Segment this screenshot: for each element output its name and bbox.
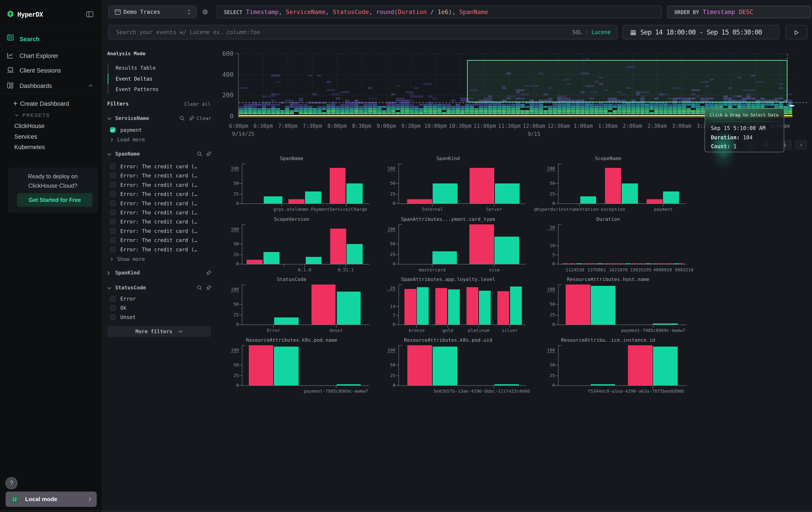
sidebar-item-dashboards[interactable]: Dashboards xyxy=(0,80,102,91)
clear-all-filters-button[interactable]: Clear all xyxy=(178,101,211,107)
checkbox[interactable] xyxy=(110,182,116,188)
search-icon[interactable] xyxy=(197,285,203,291)
chart-bar[interactable] xyxy=(653,323,678,325)
chart-bar[interactable] xyxy=(597,263,603,264)
filter-group-header-spanname[interactable]: SpanName xyxy=(107,151,211,158)
pin-icon[interactable] xyxy=(188,115,195,121)
chart-bar[interactable] xyxy=(652,263,658,264)
chart-bar[interactable] xyxy=(264,196,282,204)
filter-option-row[interactable]: Error: The credit card (… xyxy=(110,228,211,235)
filter-group-header-spankind[interactable]: SpanKind xyxy=(107,269,211,277)
chart-bar[interactable] xyxy=(618,263,624,264)
checkbox[interactable] xyxy=(110,173,116,178)
chart-bar[interactable] xyxy=(305,191,321,204)
chart-bar[interactable] xyxy=(330,228,346,264)
chart-bar[interactable] xyxy=(263,252,280,264)
mode-sql[interactable]: SQL xyxy=(572,29,582,35)
time-range-picker[interactable]: Sep 14 18:00:00 - Sep 15 05:30:00 xyxy=(622,25,780,39)
checkbox[interactable] xyxy=(110,247,116,252)
pin-icon[interactable] xyxy=(206,285,212,291)
sidebar-preset-services[interactable]: Services xyxy=(14,133,37,140)
pagination-button[interactable]: › xyxy=(795,140,807,150)
checkbox[interactable] xyxy=(110,164,116,169)
sql-select-display[interactable]: SELECT Timestamp, ServiceName, StatusCod… xyxy=(217,5,662,18)
chart-bar[interactable] xyxy=(404,289,416,325)
filter-option-row[interactable]: Error: The credit card (… xyxy=(110,182,211,189)
chart-bar[interactable] xyxy=(274,347,299,385)
filter-option-row[interactable]: Ok xyxy=(110,304,211,312)
chart-bar[interactable] xyxy=(433,347,457,385)
chart-bar[interactable] xyxy=(646,199,663,204)
chart-bar[interactable] xyxy=(659,263,665,264)
search-input[interactable]: Search your events w/ Lucene ex. column:… xyxy=(108,25,617,39)
checkbox[interactable] xyxy=(110,191,116,197)
chart-bar[interactable] xyxy=(679,263,684,264)
chart-bar[interactable] xyxy=(645,263,651,264)
chart-bar[interactable] xyxy=(346,183,362,204)
filter-option-row[interactable]: Error: The credit card (… xyxy=(110,246,211,254)
chart-bar[interactable] xyxy=(625,263,631,264)
chart-bar[interactable] xyxy=(330,168,346,204)
more-filters-button[interactable]: More filters xyxy=(107,326,211,337)
filter-option-row[interactable]: Unset xyxy=(110,314,211,321)
chart-bar[interactable] xyxy=(591,286,615,325)
filter-option-row[interactable]: Error: The credit card (… xyxy=(110,163,211,171)
filter-load-more-button[interactable]: Load more xyxy=(111,136,177,143)
chart-bar[interactable] xyxy=(510,287,522,325)
chart-bar[interactable] xyxy=(433,183,458,204)
chart-bar[interactable] xyxy=(479,291,491,325)
checkbox[interactable] xyxy=(110,296,116,301)
filter-group-header-servicename[interactable]: ServiceNameClear xyxy=(107,115,211,123)
chart-bar[interactable] xyxy=(494,237,519,264)
chart-bar[interactable] xyxy=(495,183,520,204)
chart-bar[interactable] xyxy=(274,318,299,325)
sidebar-item-client-sessions[interactable]: Client Sessions xyxy=(0,64,102,76)
analysis-mode-event-deltas[interactable]: Event Deltas xyxy=(116,76,152,82)
chart-bar[interactable] xyxy=(417,287,429,325)
chart-bar[interactable] xyxy=(673,263,679,264)
chart-bar[interactable] xyxy=(435,288,447,325)
filter-option-row[interactable]: Error: The credit card (… xyxy=(110,237,211,244)
checkbox-checked[interactable] xyxy=(110,127,116,133)
checkbox[interactable] xyxy=(110,200,116,206)
chart-bar[interactable] xyxy=(576,263,582,264)
user-menu[interactable]: U Local mode xyxy=(5,491,97,507)
search-icon[interactable] xyxy=(197,151,203,157)
chart-bar[interactable] xyxy=(337,384,360,385)
filter-clear-button[interactable]: Clear xyxy=(197,115,211,121)
chart-bar[interactable] xyxy=(580,196,596,204)
sidebar-item-search[interactable]: Search xyxy=(0,33,102,46)
mode-lucene[interactable]: Lucene xyxy=(591,29,611,35)
sidebar-item-chart-explorer[interactable]: Chart Explorer xyxy=(0,50,102,61)
checkbox[interactable] xyxy=(110,219,116,224)
pin-icon[interactable] xyxy=(206,151,212,157)
chart-bar[interactable] xyxy=(566,285,590,325)
create-dashboard-button[interactable]: Create Dashboard xyxy=(0,100,102,109)
chart-bar[interactable] xyxy=(469,224,494,264)
chart-bar[interactable] xyxy=(347,244,362,264)
analysis-mode-results-table[interactable]: Results Table xyxy=(116,65,156,71)
chart-bar[interactable] xyxy=(562,263,569,264)
get-started-button[interactable]: Get Started for Free xyxy=(17,193,92,207)
chart-bar[interactable] xyxy=(246,260,263,264)
filter-option-row[interactable]: Error: The credit card (… xyxy=(110,218,211,226)
filter-show-more-button[interactable]: Show more xyxy=(111,256,177,263)
chart-bar[interactable] xyxy=(407,199,432,204)
sidebar-collapse-icon[interactable] xyxy=(86,11,93,17)
chart-bar[interactable] xyxy=(653,347,678,385)
chart-bar[interactable] xyxy=(470,168,494,204)
checkbox[interactable] xyxy=(110,237,116,243)
filter-group-header-statuscode[interactable]: StatusCode xyxy=(107,284,211,292)
filter-option-row[interactable]: Error: The credit card (… xyxy=(110,172,211,180)
chart-bar[interactable] xyxy=(605,168,621,204)
sidebar-preset-kubernetes[interactable]: Kubernetes xyxy=(14,144,45,151)
chart-bar[interactable] xyxy=(632,263,638,264)
chart-bar[interactable] xyxy=(590,263,596,264)
chart-bar[interactable] xyxy=(306,257,321,264)
chart-bar[interactable] xyxy=(448,289,460,325)
chart-bar[interactable] xyxy=(622,183,638,204)
chart-bar[interactable] xyxy=(497,291,509,325)
run-query-button[interactable] xyxy=(785,25,808,39)
chart-bar[interactable] xyxy=(407,345,432,385)
chart-bar[interactable] xyxy=(666,263,672,264)
